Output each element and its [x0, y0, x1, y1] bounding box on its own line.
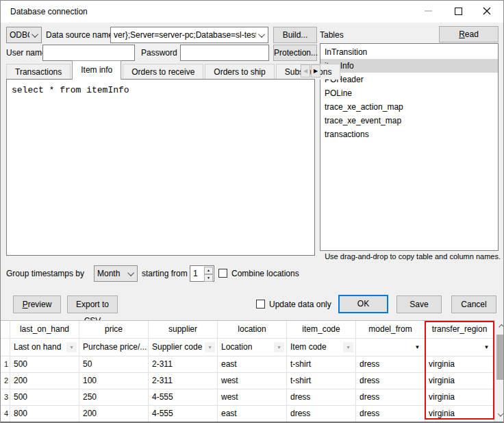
starting-from-stepper[interactable]: 1 ▲ ▼: [190, 265, 214, 282]
chevron-down-icon: [32, 31, 38, 38]
column-header-transfer-region[interactable]: transfer_region: [425, 321, 494, 338]
column-header-supplier[interactable]: supplier: [149, 321, 218, 338]
grid-column-header-row: last_on_hand price supplier location ite…: [1, 321, 494, 339]
save-button[interactable]: Save: [396, 295, 442, 313]
maximize-icon: [455, 8, 462, 15]
cell: 2-311: [149, 373, 218, 389]
stepper-value: 1: [193, 266, 198, 281]
mapping-dropdown-icon[interactable]: ▼: [412, 342, 423, 352]
driver-value: ODBC: [10, 30, 29, 40]
column-header-item-code[interactable]: item_code: [287, 321, 356, 338]
query-tabs: Transactions Item info Orders to receive…: [6, 60, 342, 80]
mapping-cell[interactable]: ▼: [425, 339, 494, 356]
scroll-down-button[interactable]: [495, 409, 504, 420]
read-button[interactable]: Read: [439, 26, 499, 43]
tab-orders-to-receive[interactable]: Orders to receive: [123, 64, 203, 80]
column-header-location[interactable]: location: [218, 321, 287, 338]
chevron-down-icon: [497, 411, 503, 416]
table-item[interactable]: trace_xe_event_map: [320, 114, 498, 128]
tab-scroll-left-button[interactable]: ◀: [301, 64, 310, 77]
cell: east: [218, 406, 287, 422]
mapping-dropdown-icon[interactable]: ▾: [343, 342, 353, 352]
mapping-cell[interactable]: ▼: [356, 339, 425, 356]
ok-button[interactable]: OK: [338, 295, 388, 313]
table-item[interactable]: InTransition: [320, 45, 498, 59]
close-button[interactable]: [473, 1, 501, 21]
driver-select[interactable]: ODBC: [6, 27, 42, 43]
column-header-price[interactable]: price: [79, 321, 149, 338]
cell: dress: [356, 389, 425, 405]
tab-item-info[interactable]: Item info: [72, 60, 121, 80]
tab-scroll-right-button[interactable]: ▶: [311, 64, 320, 77]
mapping-cell[interactable]: Last on hand▾: [10, 339, 79, 356]
arrow-left-icon: ◀: [303, 68, 307, 74]
table-item[interactable]: transactions: [320, 128, 498, 141]
group-timestamps-label: Group timestamps by: [6, 265, 84, 282]
grid-scrollbar[interactable]: [494, 320, 504, 422]
minimize-icon: [425, 10, 432, 12]
tables-label: Tables: [320, 27, 344, 43]
database-connection-dialog: Database connection ODBC Data source nam…: [0, 0, 504, 423]
cell: 50: [79, 356, 149, 372]
arrow-down-icon: ▼: [207, 276, 210, 280]
title-bar: Database connection: [1, 1, 503, 23]
mapping-cell[interactable]: Supplier code▾: [149, 339, 218, 356]
stepper-up-button[interactable]: ▲: [204, 267, 213, 274]
username-field[interactable]: [42, 45, 135, 61]
table-item[interactable]: trace_xe_action_map: [320, 100, 498, 114]
combine-locations-checkbox[interactable]: [218, 269, 227, 278]
cell: t-shirt: [287, 373, 356, 389]
mapping-cell[interactable]: Purchase price/...▾: [79, 339, 149, 356]
scrollbar-thumb[interactable]: [496, 335, 504, 380]
tables-list: InTransition itemInfo POHeader POLine tr…: [320, 43, 499, 251]
window-title: Database connection: [10, 7, 88, 16]
table-item[interactable]: POLine: [320, 86, 498, 100]
table-row: 1 500 50 2-311 east t-shirt dress virgin…: [1, 356, 494, 373]
mapping-dropdown-icon[interactable]: ▾: [205, 342, 215, 352]
cell: dress: [356, 373, 425, 389]
protection-button[interactable]: Protection...: [273, 45, 317, 61]
column-header-model-from[interactable]: model_from: [356, 321, 425, 338]
export-to-csv-button[interactable]: Export to CSV: [67, 295, 118, 313]
group-period-select[interactable]: Month: [94, 265, 138, 282]
cell: virginia: [425, 406, 494, 422]
build-button[interactable]: Build...: [273, 27, 317, 43]
row-number: 2: [1, 373, 10, 389]
row-number: 3: [1, 389, 10, 405]
row-number: 4: [1, 406, 10, 422]
cell: 4-555: [149, 389, 218, 405]
minimize-button[interactable]: [414, 1, 442, 21]
tab-orders-to-ship[interactable]: Orders to ship: [205, 64, 274, 80]
cell: 2-311: [149, 356, 218, 372]
tab-transactions[interactable]: Transactions: [6, 64, 71, 80]
mapping-dropdown-icon[interactable]: ▼: [481, 342, 492, 352]
cell: virginia: [425, 373, 494, 389]
maximize-button[interactable]: [444, 1, 472, 21]
chevron-down-icon: [127, 269, 134, 276]
table-item[interactable]: POHeader: [320, 73, 498, 86]
dsn-label: Data source name: [46, 27, 113, 43]
mapping-dropdown-icon[interactable]: ▾: [274, 342, 284, 352]
preview-button[interactable]: Preview: [13, 295, 61, 313]
mapping-cell[interactable]: Item code▾: [287, 339, 356, 356]
password-label: Password: [141, 45, 177, 61]
column-header-last-on-hand[interactable]: last_on_hand: [10, 321, 79, 338]
row-number: 1: [1, 356, 10, 372]
mapping-cell[interactable]: Location▾: [218, 339, 287, 356]
stepper-down-button[interactable]: ▼: [204, 274, 213, 282]
update-data-only-label: Update data only: [269, 296, 331, 313]
cell: 500: [10, 356, 79, 372]
sql-query-editor[interactable]: select * from itemInfo: [6, 79, 315, 256]
dsn-combobox[interactable]: ver};Server=server-pc;Database=sl-test;: [110, 27, 268, 43]
starting-from-label: starting from: [142, 265, 188, 282]
table-item-selected[interactable]: itemInfo: [320, 59, 498, 73]
cell: 4-555: [149, 406, 218, 422]
chevron-down-icon: [258, 31, 265, 38]
group-period-value: Month: [97, 269, 125, 278]
cancel-button[interactable]: Cancel: [451, 295, 496, 313]
password-field[interactable]: [180, 45, 269, 61]
update-data-only-checkbox[interactable]: [256, 300, 265, 309]
scroll-up-button[interactable]: [495, 322, 504, 333]
cell: 800: [10, 406, 79, 422]
mapping-dropdown-icon[interactable]: ▾: [66, 342, 77, 352]
